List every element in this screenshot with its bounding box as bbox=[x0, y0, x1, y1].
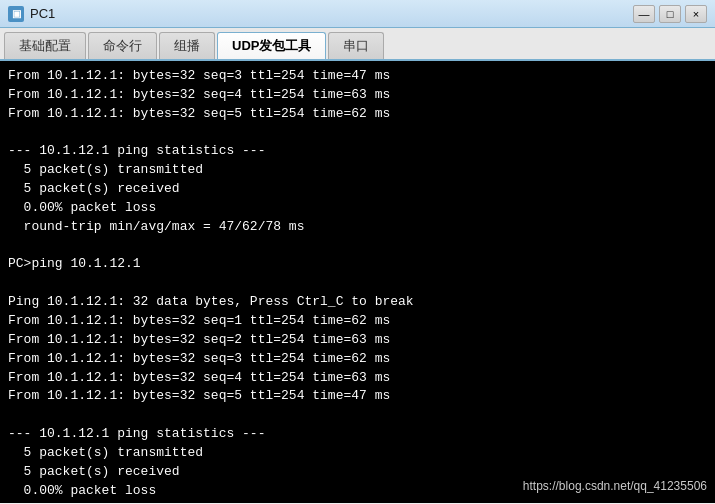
window-title: PC1 bbox=[30, 6, 633, 21]
tab-multicast[interactable]: 组播 bbox=[159, 32, 215, 59]
tab-bar: 基础配置 命令行 组播 UDP发包工具 串口 bbox=[0, 28, 715, 61]
title-bar: ▣ PC1 — □ × bbox=[0, 0, 715, 28]
window-controls: — □ × bbox=[633, 5, 707, 23]
terminal-output: From 10.1.12.1: bytes=32 seq=3 ttl=254 t… bbox=[8, 67, 707, 503]
minimize-button[interactable]: — bbox=[633, 5, 655, 23]
tab-command[interactable]: 命令行 bbox=[88, 32, 157, 59]
watermark: https://blog.csdn.net/qq_41235506 bbox=[523, 478, 707, 495]
close-button[interactable]: × bbox=[685, 5, 707, 23]
window-icon: ▣ bbox=[8, 6, 24, 22]
tab-udp[interactable]: UDP发包工具 bbox=[217, 32, 326, 59]
tab-basic[interactable]: 基础配置 bbox=[4, 32, 86, 59]
tab-serial[interactable]: 串口 bbox=[328, 32, 384, 59]
terminal-area[interactable]: From 10.1.12.1: bytes=32 seq=3 ttl=254 t… bbox=[0, 61, 715, 503]
maximize-button[interactable]: □ bbox=[659, 5, 681, 23]
